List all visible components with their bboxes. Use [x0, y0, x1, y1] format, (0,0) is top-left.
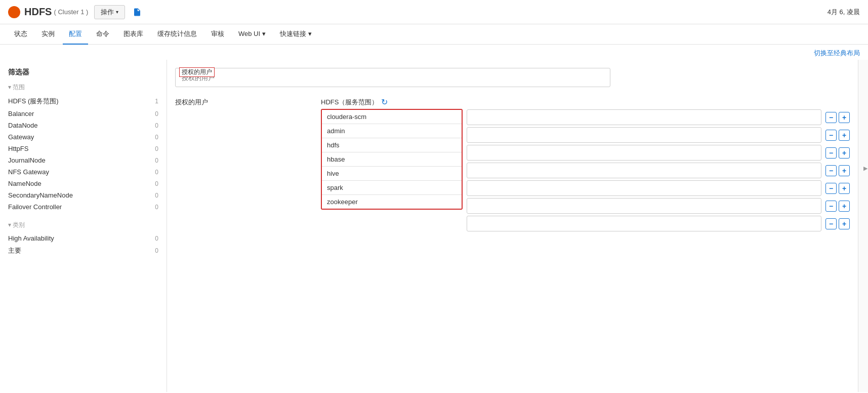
minus-button[interactable]: −	[825, 183, 837, 194]
plus-button[interactable]: +	[839, 112, 850, 123]
user-input-row: −+	[467, 144, 850, 161]
tab-charts[interactable]: 图表库	[117, 24, 149, 45]
row-actions: −+	[825, 112, 850, 123]
hdfs-box-item[interactable]: hive	[322, 167, 462, 181]
hdfs-box-item[interactable]: zookeeper	[322, 195, 462, 209]
scroll-panel: ▶	[858, 60, 868, 392]
row-actions: −+	[825, 201, 850, 212]
minus-button[interactable]: −	[825, 201, 837, 212]
app-title: HDFS	[24, 6, 52, 18]
sidebar-item-gateway[interactable]: Gateway 0	[8, 131, 158, 143]
switch-layout-bar: 切换至经典布局	[0, 45, 868, 60]
dropdown-arrow-icon: ▾	[116, 9, 118, 15]
row-actions: −+	[825, 130, 850, 141]
sidebar-item-main[interactable]: 主要 0	[8, 244, 158, 257]
search-label: 授权的用户	[179, 67, 215, 77]
user-input-field[interactable]	[467, 163, 821, 178]
refresh-icon[interactable]: ↻	[381, 97, 388, 107]
scope-title: ▾ 范围	[8, 83, 158, 92]
col1-header: 授权的用户	[175, 98, 317, 107]
plus-button[interactable]: +	[839, 183, 850, 194]
webui-dropdown-icon: ▾	[262, 30, 266, 37]
tab-webui[interactable]: Web UI ▾	[232, 24, 272, 45]
header-time: 4月 6, 凌晨	[828, 8, 860, 17]
row-actions: −+	[825, 183, 850, 194]
main-content: 筛选器 ▾ 范围 HDFS (服务范围) 1 Balancer 0 DataNo…	[0, 60, 868, 392]
switch-layout-link[interactable]: 切换至经典布局	[814, 49, 860, 58]
sidebar-item-high-availability[interactable]: High Availability 0	[8, 232, 158, 244]
action-button[interactable]: 操作 ▾	[94, 5, 125, 19]
sidebar-item-nfs-gateway[interactable]: NFS Gateway 0	[8, 166, 158, 178]
col2-header: HDFS（服务范围） ↻	[321, 97, 463, 107]
user-input-row: −+	[467, 180, 850, 196]
row-actions: −+	[825, 147, 850, 159]
minus-button[interactable]: −	[825, 112, 837, 123]
sidebar-item-failover-controller[interactable]: Failover Controller 0	[8, 201, 158, 213]
nav-tabs: 状态 实例 配置 命令 图表库 缓存统计信息 审核 Web UI ▾ 快速链接 …	[0, 24, 868, 45]
hdfs-box-item[interactable]: spark	[322, 181, 462, 195]
hdfs-box-item[interactable]: hdfs	[322, 138, 462, 152]
user-input-row: −+	[467, 162, 850, 179]
row-actions: −+	[825, 218, 850, 229]
plus-button[interactable]: +	[839, 218, 850, 229]
user-input-row: −+	[467, 215, 850, 232]
minus-button[interactable]: −	[825, 165, 837, 176]
category-title: ▾ 类别	[8, 221, 158, 229]
hdfs-box-item[interactable]: hbase	[322, 152, 462, 167]
sidebar-item-httpfs[interactable]: HttpFS 0	[8, 143, 158, 154]
user-input-field[interactable]	[467, 127, 821, 143]
filter-title: 筛选器	[8, 68, 158, 77]
user-input-row: −+	[467, 127, 850, 143]
scroll-label: ▶	[858, 161, 868, 176]
plus-button[interactable]: +	[839, 201, 850, 212]
search-input[interactable]	[175, 68, 610, 87]
sidebar: 筛选器 ▾ 范围 HDFS (服务范围) 1 Balancer 0 DataNo…	[0, 60, 167, 392]
minus-button[interactable]: −	[825, 218, 837, 229]
content-area: 授权的用户 授权的用户 HDFS（服务范围） ↻ cloudera-scmadm…	[167, 60, 858, 392]
config-rows: cloudera-scmadminhdfshbasehivesparkzooke…	[175, 109, 850, 233]
plus-button[interactable]: +	[839, 165, 850, 176]
tab-cache-stats[interactable]: 缓存统计信息	[151, 24, 203, 45]
sidebar-item-datanode[interactable]: DataNode 0	[8, 120, 158, 131]
minus-button[interactable]: −	[825, 147, 837, 159]
user-input-field[interactable]	[467, 180, 821, 196]
config-section: 授权的用户 HDFS（服务范围） ↻ cloudera-scmadminhdfs…	[175, 97, 850, 233]
config-data-row: cloudera-scmadminhdfshbasehivesparkzooke…	[175, 109, 850, 233]
hdfs-scope-box: cloudera-scmadminhdfshbasehivesparkzooke…	[321, 109, 463, 210]
plus-button[interactable]: +	[839, 130, 850, 141]
tab-config[interactable]: 配置	[63, 24, 88, 45]
sidebar-item-secondary-namenode[interactable]: SecondaryNameNode 0	[8, 189, 158, 201]
hdfs-box-item[interactable]: admin	[322, 124, 462, 138]
row-actions: −+	[825, 165, 850, 176]
sidebar-item-journalnode[interactable]: JournalNode 0	[8, 154, 158, 166]
sidebar-item-namenode[interactable]: NameNode 0	[8, 178, 158, 189]
tab-quick-links[interactable]: 快速链接 ▾	[274, 24, 318, 45]
sidebar-item-balancer[interactable]: Balancer 0	[8, 108, 158, 120]
plus-button[interactable]: +	[839, 147, 850, 159]
user-input-row: −+	[467, 198, 850, 214]
user-input-field[interactable]	[467, 145, 821, 161]
tab-status[interactable]: 状态	[8, 24, 33, 45]
config-header-row: 授权的用户 HDFS（服务范围） ↻	[175, 97, 850, 107]
tab-audit[interactable]: 审核	[205, 24, 230, 45]
user-input-field[interactable]	[467, 216, 821, 231]
user-input-field[interactable]	[467, 109, 821, 125]
tab-command[interactable]: 命令	[90, 24, 115, 45]
search-container: 授权的用户	[175, 68, 850, 87]
export-icon[interactable]	[129, 4, 145, 20]
quicklinks-dropdown-icon: ▾	[308, 30, 312, 37]
hdfs-logo	[8, 6, 20, 18]
minus-button[interactable]: −	[825, 130, 837, 141]
tab-instance[interactable]: 实例	[35, 24, 61, 45]
user-input-row: −+	[467, 109, 850, 126]
user-input-field[interactable]	[467, 198, 821, 214]
sidebar-item-hdfs-service[interactable]: HDFS (服务范围) 1	[8, 95, 158, 108]
hdfs-box-item[interactable]: cloudera-scm	[322, 110, 462, 124]
header: HDFS ( Cluster 1 ) 操作 ▾ 4月 6, 凌晨	[0, 0, 868, 24]
cluster-label: ( Cluster 1 )	[54, 8, 88, 16]
